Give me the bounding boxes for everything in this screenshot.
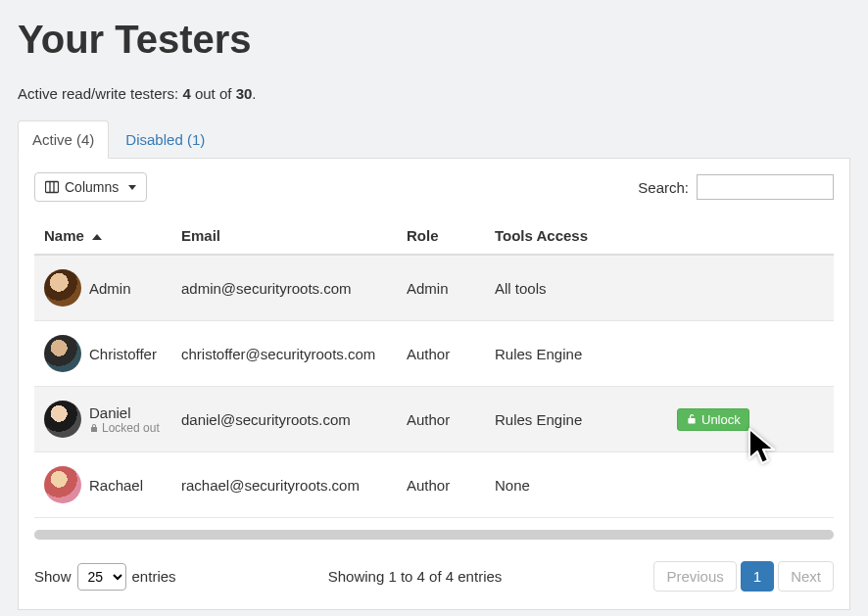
avatar [44,335,81,372]
col-role[interactable]: Role [397,217,485,255]
summary-total-count: 30 [236,85,253,102]
avatar [44,401,81,438]
columns-button-label: Columns [65,179,119,195]
user-tools: Rules Engine [485,321,667,387]
col-email[interactable]: Email [171,217,397,255]
table-row[interactable]: Christoffer christoffer@securityroots.co… [34,321,834,387]
user-tools: None [485,452,667,518]
user-email: rachael@securityroots.com [171,452,397,518]
next-button[interactable]: Next [778,561,834,592]
col-name[interactable]: Name [34,217,171,255]
testers-table: Name Email Role Tools Access Admin [34,217,834,518]
show-label: Show [34,568,72,585]
user-email: admin@securityroots.com [171,255,397,321]
entries-label: entries [132,568,176,585]
col-tools[interactable]: Tools Access [485,217,667,255]
panel: Columns Search: Name Email Role Tools Ac… [18,159,850,610]
user-name: Admin [89,280,131,297]
chevron-down-icon [128,185,136,190]
user-email: christoffer@securityroots.com [171,321,397,387]
table-footer: Show 25 entries Showing 1 to 4 of 4 entr… [34,561,834,592]
columns-button[interactable]: Columns [34,172,147,202]
locked-status: Locked out [89,421,160,435]
lock-icon [89,423,99,433]
summary-prefix: Active read/write testers: [18,85,182,102]
table-row[interactable]: Daniel Locked out daniel@securityroots.c… [34,387,834,452]
search-wrap: Search: [638,174,834,200]
table-row[interactable]: Rachael rachael@securityroots.com Author… [34,452,834,518]
horizontal-scrollbar[interactable] [34,530,834,540]
columns-icon [45,180,59,194]
summary-out-of: out of [191,85,236,102]
user-name: Daniel [89,404,160,421]
pagination: Previous 1 Next [653,561,834,592]
prev-button[interactable]: Previous [653,561,736,592]
page-size-select[interactable]: 25 [77,563,126,591]
user-name: Christoffer [89,346,157,362]
user-tools: Rules Engine [485,387,667,452]
tab-disabled[interactable]: Disabled (1) [111,120,219,159]
active-testers-summary: Active read/write testers: 4 out of 30. [18,85,850,102]
unlock-icon [686,413,698,425]
unlock-button[interactable]: Unlock [677,408,749,431]
length-control: Show 25 entries [34,563,176,591]
col-actions [667,217,834,255]
user-role: Author [397,387,485,452]
user-role: Author [397,452,485,518]
table-info: Showing 1 to 4 of 4 entries [328,568,503,585]
svg-rect-0 [46,182,59,193]
table-row[interactable]: Admin admin@securityroots.com Admin All … [34,255,834,321]
page-title: Your Testers [18,18,850,62]
locked-status-label: Locked out [102,421,160,435]
summary-active-count: 4 [182,85,190,102]
tab-active[interactable]: Active (4) [18,120,109,159]
user-role: Admin [397,255,485,321]
col-name-label: Name [44,227,84,244]
tabs: Active (4) Disabled (1) [18,119,850,159]
search-input[interactable] [697,174,834,200]
search-label: Search: [638,179,689,196]
user-name: Rachael [89,477,143,494]
avatar [44,269,81,307]
sort-asc-icon [92,234,102,240]
user-role: Author [397,321,485,387]
page-1-button[interactable]: 1 [741,561,774,592]
avatar [44,466,81,503]
user-tools: All tools [485,255,667,321]
unlock-button-label: Unlock [701,412,741,427]
summary-period: . [252,85,256,102]
user-email: daniel@securityroots.com [171,387,397,452]
toolbar: Columns Search: [34,172,834,202]
